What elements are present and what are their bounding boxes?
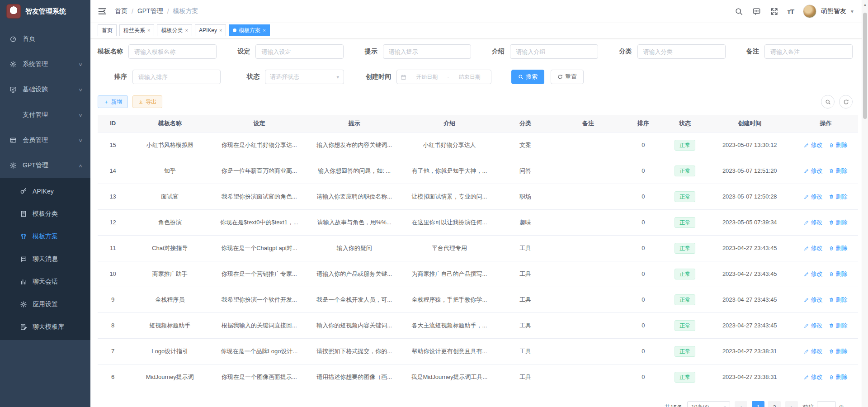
- delete-link[interactable]: 删除: [829, 373, 847, 381]
- next-page-button[interactable]: ›: [785, 401, 798, 407]
- caret-down-icon[interactable]: ▼: [850, 9, 854, 14]
- delete-link[interactable]: 删除: [829, 322, 847, 330]
- top-navbar: 首页 / GPT管理 / 模板方案 ᴛT 萌熊智友 ▼: [90, 0, 868, 23]
- scrollbar-up-arrow[interactable]: ▲: [862, 3, 868, 7]
- sidebar-subitem-label: 模板分类: [33, 210, 58, 218]
- search-field-设定: 设定: [237, 44, 344, 59]
- cell-分类: 职场: [497, 184, 554, 209]
- scrollbar-thumb[interactable]: [863, 13, 867, 119]
- edit-link[interactable]: 修改: [804, 167, 822, 175]
- add-button[interactable]: ＋ 新增: [98, 95, 128, 108]
- page-button-2[interactable]: 2: [768, 401, 781, 407]
- search-icon[interactable]: [735, 7, 743, 16]
- sidebar-item-系统管理[interactable]: 系统管理 ∨: [0, 52, 90, 77]
- sidebar-subitem-APIKey[interactable]: APIKey: [0, 180, 90, 203]
- toggle-search-button[interactable]: [821, 95, 835, 109]
- tab-粉丝关系[interactable]: 粉丝关系×: [119, 24, 154, 36]
- page-button-1[interactable]: 1: [752, 401, 764, 407]
- pagination-total: 共15条: [665, 403, 683, 407]
- cell-操作: 修改删除: [793, 287, 858, 312]
- delete-link[interactable]: 删除: [829, 296, 847, 304]
- edit-link[interactable]: 修改: [804, 322, 822, 330]
- close-icon[interactable]: ×: [219, 28, 222, 33]
- prev-page-button[interactable]: ‹: [735, 401, 747, 407]
- sidebar-item-label: 基础设施: [23, 85, 79, 94]
- close-icon[interactable]: ×: [263, 28, 265, 33]
- cell-备注: [554, 158, 622, 184]
- sidebar-item-基础设施[interactable]: 基础设施 ∨: [0, 77, 90, 102]
- breadcrumb-gpt[interactable]: GPT管理: [137, 7, 163, 15]
- edit-link[interactable]: 修改: [804, 373, 822, 381]
- edit-icon: [804, 220, 809, 225]
- status-select[interactable]: 请选择状态 ▾: [265, 70, 344, 84]
- date-range-picker[interactable]: 开始日期 - 结束日期: [396, 70, 491, 84]
- field-input-分类[interactable]: [637, 44, 726, 59]
- cell-ID: 15: [98, 132, 128, 158]
- cell-创建时间: 2023-04-27 23:43:45: [706, 261, 793, 287]
- delete-link[interactable]: 删除: [829, 218, 847, 227]
- sort-input[interactable]: [132, 70, 221, 84]
- page-size-select[interactable]: 10条/页▾: [687, 401, 730, 407]
- sidebar-item-首页[interactable]: 首页: [0, 26, 90, 52]
- edit-link[interactable]: 修改: [804, 244, 822, 252]
- breadcrumb-separator: /: [132, 8, 133, 15]
- font-size-icon[interactable]: ᴛT: [788, 8, 794, 15]
- key-icon: [20, 188, 27, 195]
- sidebar-item-支付管理[interactable]: 支付管理 ∨: [0, 102, 90, 128]
- delete-link[interactable]: 删除: [829, 347, 847, 355]
- edit-link[interactable]: 修改: [804, 218, 822, 227]
- tab-APIKey[interactable]: APIKey×: [195, 24, 226, 36]
- message-icon[interactable]: [752, 7, 761, 16]
- breadcrumb-home[interactable]: 首页: [115, 7, 127, 15]
- gear-icon: [9, 161, 17, 170]
- delete-link[interactable]: 删除: [829, 270, 847, 278]
- date-start-placeholder: 开始日期: [409, 73, 445, 81]
- edit-link[interactable]: 修改: [804, 296, 822, 304]
- export-button[interactable]: 导出: [132, 95, 162, 108]
- sidebar-subitem-聊天消息[interactable]: 聊天消息: [0, 248, 90, 270]
- edit-link[interactable]: 修改: [804, 141, 822, 149]
- goto-page-input[interactable]: [817, 401, 836, 407]
- gear-o-icon: [20, 301, 27, 308]
- sidebar-subitem-聊天会话[interactable]: 聊天会话: [0, 270, 90, 293]
- cell-ID: 7: [98, 338, 128, 364]
- reset-button[interactable]: 重置: [551, 70, 584, 84]
- status-badge: 正常: [675, 269, 695, 279]
- fullscreen-icon[interactable]: [770, 7, 778, 16]
- edit-link[interactable]: 修改: [804, 347, 822, 355]
- field-input-模板名称[interactable]: [128, 44, 217, 59]
- edit-link[interactable]: 修改: [804, 270, 822, 278]
- delete-link[interactable]: 删除: [829, 167, 847, 175]
- field-input-设定[interactable]: [255, 44, 344, 59]
- tab-首页[interactable]: 首页: [98, 24, 117, 36]
- templates-table: ID模板名称设定提示介绍分类备注排序状态创建时间操作 15小红书风格模拟器你现在…: [98, 115, 858, 390]
- user-avatar[interactable]: [803, 5, 816, 18]
- search-icon: [825, 99, 831, 105]
- delete-link[interactable]: 删除: [829, 193, 847, 201]
- user-name[interactable]: 萌熊智友: [821, 7, 846, 15]
- delete-link[interactable]: 删除: [829, 244, 847, 252]
- sidebar-item-GPT管理[interactable]: GPT管理 ∧: [0, 153, 90, 178]
- edit-icon: [804, 271, 809, 277]
- field-input-提示[interactable]: [383, 44, 471, 59]
- refresh-button[interactable]: [839, 95, 853, 109]
- sidebar-subitem-模板方案[interactable]: 模板方案: [0, 225, 90, 248]
- close-icon[interactable]: ×: [185, 28, 188, 33]
- cell-设定: 你现在是$text0中的$text1，...: [212, 209, 307, 235]
- app-logo-bar[interactable]: 智友管理系统: [0, 0, 90, 23]
- tab-模板方案[interactable]: 模板方案×: [229, 24, 269, 36]
- sidebar-subitem-聊天模板库[interactable]: 聊天模板库: [0, 316, 90, 338]
- scrollbar[interactable]: ▲: [862, 0, 868, 407]
- table-row: 10商家推广助手你现在是一个营销推广专家...请输入你的产品或服务关键...为商…: [98, 261, 858, 287]
- sidebar-subitem-模板分类[interactable]: 模板分类: [0, 203, 90, 225]
- field-input-介绍[interactable]: [510, 44, 598, 59]
- tab-模板分类[interactable]: 模板分类×: [157, 24, 192, 36]
- delete-link[interactable]: 删除: [829, 141, 847, 149]
- field-input-备注[interactable]: [764, 44, 853, 59]
- sidebar-subitem-应用设置[interactable]: 应用设置: [0, 293, 90, 316]
- edit-link[interactable]: 修改: [804, 193, 822, 201]
- sidebar-item-会员管理[interactable]: 会员管理 ∨: [0, 128, 90, 153]
- search-button[interactable]: 搜索: [511, 70, 544, 84]
- close-icon[interactable]: ×: [147, 28, 150, 33]
- hamburger-icon[interactable]: [98, 7, 107, 16]
